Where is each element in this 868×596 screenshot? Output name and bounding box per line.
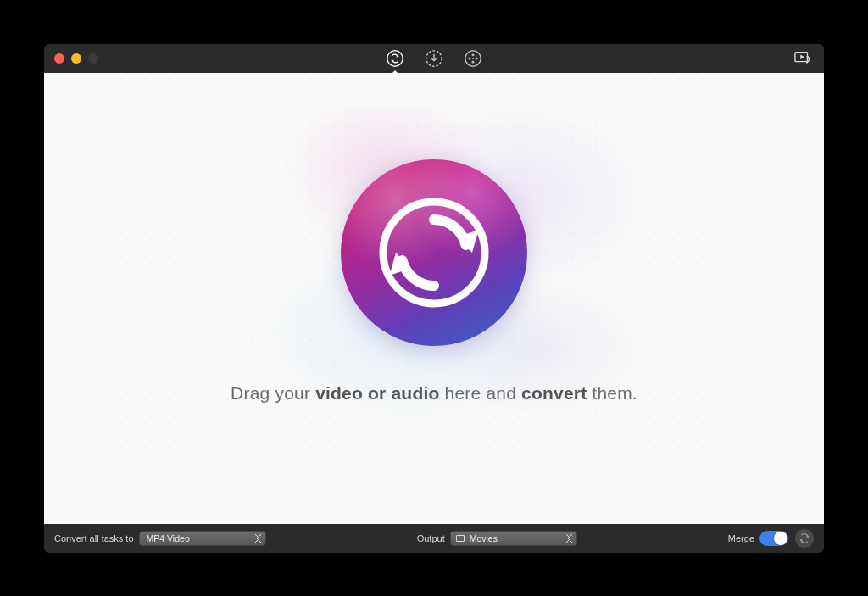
- svg-point-4: [472, 60, 475, 63]
- svg-point-0: [387, 50, 403, 65]
- drop-zone[interactable]: Drag your video or audio here and conver…: [44, 73, 824, 524]
- close-window-button[interactable]: [54, 53, 64, 64]
- svg-point-7: [472, 57, 474, 58]
- svg-point-6: [476, 57, 478, 59]
- traffic-lights: [44, 53, 98, 64]
- output-value: Movies: [470, 533, 498, 543]
- svg-point-3: [472, 53, 475, 56]
- cycle-arrows-icon: [370, 189, 498, 316]
- convert-small-icon: [798, 532, 811, 545]
- output-select[interactable]: Movies: [450, 531, 577, 546]
- instruction-text: Drag your video or audio here and conver…: [231, 383, 637, 404]
- svg-point-9: [806, 61, 808, 63]
- instruction-prefix: Drag your: [231, 383, 315, 403]
- convert-all-select[interactable]: MP4 Video: [139, 531, 266, 546]
- toolbar-right: [793, 49, 812, 68]
- hero-convert-icon: [341, 159, 527, 346]
- instruction-bold-convert: convert: [521, 383, 587, 403]
- merge-block: Merge: [728, 531, 788, 546]
- zoom-window-button[interactable]: [88, 53, 98, 64]
- output-block: Output Movies: [417, 531, 577, 546]
- merge-toggle[interactable]: [760, 531, 788, 546]
- minimize-window-button[interactable]: [71, 53, 81, 64]
- tab-movie[interactable]: [464, 49, 482, 68]
- convert-all-block: Convert all tasks to MP4 Video: [54, 531, 266, 546]
- media-library-button[interactable]: [793, 49, 812, 68]
- titlebar: [44, 44, 824, 73]
- toolbar-tabs: [386, 49, 482, 68]
- svg-point-5: [468, 57, 470, 59]
- convert-icon: [386, 49, 404, 68]
- instruction-suffix: them.: [587, 383, 637, 403]
- instruction-mid: here and: [439, 383, 521, 403]
- tab-download[interactable]: [425, 49, 443, 68]
- folder-icon: [456, 535, 465, 542]
- app-window: Drag your video or audio here and conver…: [44, 44, 824, 553]
- download-icon: [425, 49, 443, 68]
- merge-label: Merge: [728, 533, 754, 543]
- convert-all-value: MP4 Video: [147, 533, 190, 543]
- start-convert-button[interactable]: [795, 529, 814, 548]
- tab-convert[interactable]: [386, 49, 404, 68]
- instruction-bold-media: video or audio: [315, 383, 439, 403]
- convert-all-label: Convert all tasks to: [54, 533, 134, 543]
- movie-icon: [464, 49, 482, 68]
- footer-bar: Convert all tasks to MP4 Video Output Mo…: [44, 524, 824, 553]
- media-library-icon: [793, 50, 812, 67]
- output-label: Output: [417, 533, 445, 543]
